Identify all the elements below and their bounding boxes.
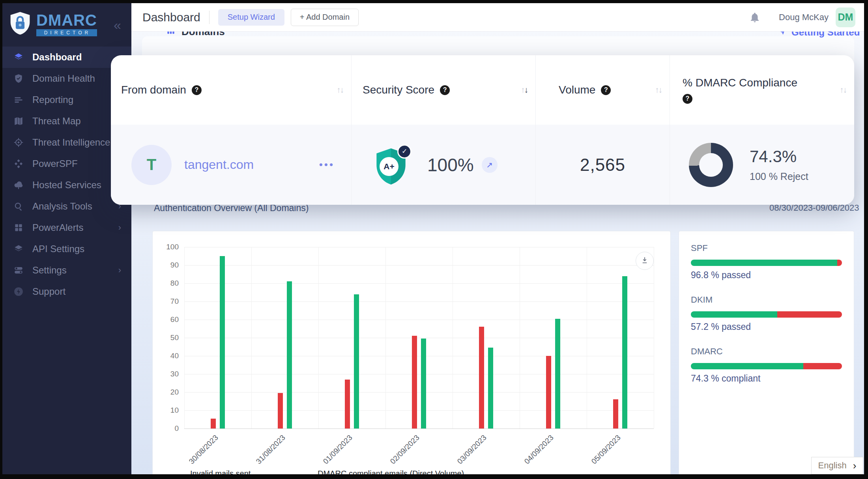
domain-link[interactable]: tangent.com	[184, 157, 254, 172]
gridline	[184, 392, 654, 393]
setup-wizard-button[interactable]: Setup Wizard	[218, 9, 284, 26]
x-axis-tick-label: 05/09/2023	[574, 433, 623, 479]
gridline	[587, 247, 587, 428]
sidebar-item-label: Dashboard	[32, 52, 82, 63]
progress-failed	[837, 260, 842, 266]
language-label: English	[818, 460, 847, 471]
column-label: Volume	[559, 84, 595, 96]
bar-invalid-01/09/2023	[345, 380, 350, 428]
summary-label: SPF	[691, 243, 842, 253]
help-icon[interactable]: ?	[440, 85, 450, 95]
sort-arrows-icon[interactable]: ↑↓	[840, 85, 846, 95]
dmarc-director-dashboard: Domains Getting Started DMARC DIRECTOR «	[0, 0, 868, 479]
brand-subtitle: DIRECTOR	[36, 29, 97, 36]
progress-passed	[691, 363, 803, 369]
bar-compliant-01/09/2023	[354, 294, 359, 428]
grade-label: A+	[380, 157, 398, 176]
summary-percent-text: 96.8 % passed	[691, 270, 842, 281]
gridline	[184, 428, 654, 429]
auth-summary-card: SPF96.8 % passedDKIM57.2 % passedDMARC74…	[679, 231, 854, 479]
auth-summary-dmarc: DMARC74.3 % compliant	[691, 346, 842, 384]
domain-table-panel: From domain?↑↓Security Score?↑↓Volume?↑↓…	[111, 55, 854, 205]
score-external-link-icon[interactable]: ↗	[482, 157, 498, 173]
summary-label: DKIM	[691, 295, 842, 305]
help-icon[interactable]: ?	[683, 94, 692, 104]
sidebar-collapse-icon[interactable]: «	[114, 17, 121, 33]
auth-summary-spf: SPF96.8 % passed	[691, 243, 842, 281]
layers-icon	[13, 244, 24, 254]
sort-arrows-icon[interactable]: ↑↓	[521, 85, 528, 95]
chart-download-button[interactable]	[636, 252, 654, 270]
toggles-icon	[13, 265, 24, 275]
grid-icon	[13, 223, 24, 233]
topbar: Dashboard Setup Wizard + Add Domain Doug…	[131, 3, 864, 32]
summary-progress-bar	[691, 363, 842, 369]
lines-icon	[13, 95, 24, 105]
sort-arrows-icon[interactable]: ↑↓	[655, 85, 662, 95]
column-header--dmarc-compliance[interactable]: % DMARC Compliance?↑↓	[670, 55, 854, 125]
gridline	[184, 410, 654, 411]
table-row-cell-volume: 2,565	[536, 125, 670, 205]
summary-progress-bar	[691, 260, 842, 266]
add-domain-button[interactable]: + Add Domain	[291, 9, 359, 26]
sidebar-item-label: Hosted Services	[32, 180, 101, 191]
gridline	[184, 265, 654, 266]
dots-diamond-icon	[13, 159, 24, 169]
bolt-circle-icon	[13, 286, 24, 297]
progress-passed	[691, 311, 777, 318]
sidebar-item-label: Threat Map	[32, 116, 81, 127]
y-axis-tick-label: 100	[153, 243, 179, 251]
sidebar-item-label: Analysis Tools	[32, 201, 92, 212]
chevron-right-icon: ›	[118, 223, 121, 233]
topbar-divider	[209, 11, 210, 24]
gridline	[453, 247, 453, 428]
sidebar-item-poweralerts[interactable]: PowerAlerts›	[0, 217, 131, 238]
bar-invalid-31/08/2023	[278, 393, 283, 428]
screenshot-border-top	[0, 0, 868, 3]
sidebar-item-label: Threat Intelligence	[32, 137, 110, 148]
column-label: % DMARC Compliance	[683, 77, 797, 89]
row-menu-dots-icon[interactable]: •••	[319, 159, 335, 171]
sort-arrows-icon[interactable]: ↑↓	[337, 85, 343, 95]
brand-name: DMARC	[36, 12, 97, 28]
bar-compliant-02/09/2023	[421, 339, 426, 428]
column-header-volume[interactable]: Volume?↑↓	[536, 55, 670, 125]
sidebar-item-label: API Settings	[32, 243, 84, 254]
gridline	[520, 247, 520, 428]
notifications-bell-icon[interactable]	[749, 11, 761, 23]
screenshot-border-left	[0, 0, 2, 479]
sidebar-item-api-settings[interactable]: API Settings	[0, 238, 131, 260]
column-header-from-domain[interactable]: From domain?↑↓	[111, 55, 352, 125]
column-header-security-score[interactable]: Security Score?↑↓	[352, 55, 536, 125]
page-title: Dashboard	[142, 11, 200, 24]
user-name[interactable]: Doug McKay	[779, 12, 829, 22]
volume-value: 2,565	[580, 155, 625, 175]
gridline	[385, 247, 386, 428]
help-icon[interactable]: ?	[601, 85, 611, 95]
sidebar-item-settings[interactable]: Settings›	[0, 260, 131, 281]
map-icon	[13, 116, 24, 126]
bar-invalid-05/09/2023	[613, 399, 618, 428]
user-avatar[interactable]: DM	[836, 7, 855, 27]
summary-progress-bar	[691, 311, 842, 318]
gridline	[184, 247, 185, 428]
y-axis-tick-label: 30	[153, 370, 179, 378]
table-row-cell-domain: T tangent.com •••	[111, 125, 352, 205]
help-icon[interactable]: ?	[192, 85, 202, 95]
column-label: Security Score	[363, 84, 434, 96]
gridline	[184, 247, 654, 247]
bar-invalid-02/09/2023	[412, 336, 417, 428]
compliance-note: 100 % Reject	[750, 171, 808, 182]
gridline	[184, 374, 654, 374]
layers-icon	[13, 52, 24, 62]
x-axis-tick-label: 04/09/2023	[507, 433, 556, 479]
language-selector[interactable]: English ›	[811, 457, 863, 474]
progress-failed	[777, 311, 842, 318]
sidebar-item-label: PowerSPF	[32, 158, 78, 169]
sidebar-item-support[interactable]: Support	[0, 281, 131, 302]
y-axis-tick-label: 60	[153, 315, 179, 324]
gridline	[184, 301, 654, 302]
y-axis-tick-label: 0	[153, 424, 179, 433]
gridline	[654, 247, 654, 428]
gridline	[184, 338, 654, 338]
